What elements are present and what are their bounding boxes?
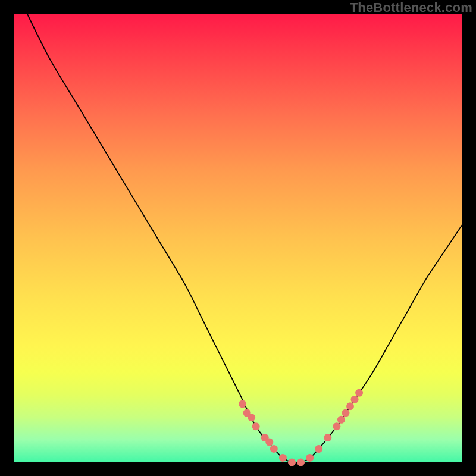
highlight-dot <box>288 459 296 466</box>
highlight-dots-group <box>239 389 363 466</box>
highlight-dot <box>248 414 255 421</box>
highlight-dot <box>337 416 345 424</box>
bottleneck-curve <box>27 14 462 463</box>
chart-svg <box>14 14 462 462</box>
highlight-dot <box>252 422 260 430</box>
highlight-dot <box>239 400 246 408</box>
highlight-dot <box>342 409 349 417</box>
highlight-dot <box>279 454 287 462</box>
highlight-dot <box>324 434 331 441</box>
highlight-dot <box>315 445 322 453</box>
highlight-dot <box>265 439 273 446</box>
highlight-dot <box>351 396 359 403</box>
highlight-dot <box>355 389 363 397</box>
highlight-dot <box>297 459 305 466</box>
highlight-dot <box>333 422 340 430</box>
highlight-dot <box>306 454 314 462</box>
highlight-dot <box>346 402 354 410</box>
highlight-dot <box>270 445 278 453</box>
